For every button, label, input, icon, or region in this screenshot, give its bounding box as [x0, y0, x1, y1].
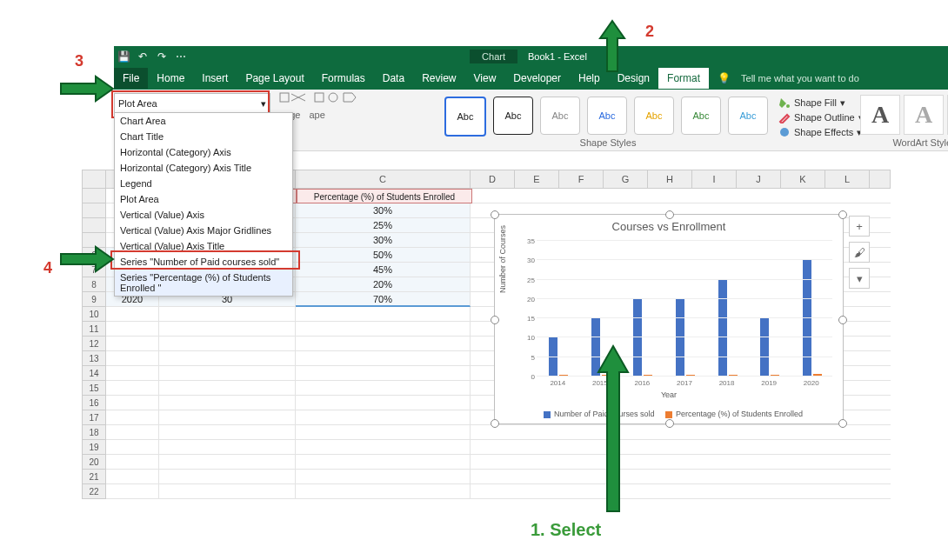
row-header[interactable]: 10 [82, 307, 106, 322]
shape-outline-button[interactable]: Shape Outline ▾ [778, 110, 864, 124]
cell[interactable] [159, 470, 296, 484]
cell[interactable] [106, 470, 159, 484]
cell[interactable] [106, 381, 159, 396]
row-header[interactable]: 8 [82, 277, 106, 292]
cell[interactable] [159, 381, 296, 396]
redo-icon[interactable]: ↷ [152, 50, 171, 63]
cell[interactable] [159, 440, 296, 455]
resize-handle[interactable] [838, 316, 847, 324]
dropdown-item[interactable]: Plot Area [115, 191, 292, 207]
cell[interactable] [106, 484, 159, 499]
tab-view[interactable]: View [465, 68, 505, 89]
chevron-down-icon[interactable]: ▾ [261, 98, 266, 110]
resize-handle[interactable] [491, 316, 499, 324]
cell[interactable] [296, 484, 471, 499]
cell[interactable] [159, 425, 296, 440]
col-header[interactable]: D [471, 170, 515, 188]
shape-effects-button[interactable]: Shape Effects ▾ [778, 124, 864, 139]
cell[interactable] [296, 381, 471, 396]
col-header[interactable]: J [737, 170, 781, 188]
cell[interactable] [159, 337, 296, 351]
shape-style-5[interactable]: Abc [634, 97, 674, 135]
cell[interactable] [106, 337, 159, 351]
shape-style-3[interactable]: Abc [540, 97, 580, 135]
cell[interactable] [106, 307, 159, 322]
cell[interactable] [106, 440, 159, 455]
undo-icon[interactable]: ↶ [133, 50, 152, 63]
row-header[interactable]: 14 [82, 366, 106, 381]
dropdown-item[interactable]: Legend [115, 176, 292, 191]
dropdown-item[interactable]: Vertical (Value) Axis Major Gridlines [115, 223, 292, 238]
resize-handle[interactable] [665, 210, 674, 219]
cell[interactable] [296, 396, 471, 410]
col-header[interactable]: E [515, 170, 559, 188]
shape-styles-gallery[interactable]: Abc Abc Abc Abc Abc Abc Abc [444, 97, 768, 137]
cell[interactable] [159, 410, 296, 425]
dropdown-item[interactable]: Chart Area [115, 113, 292, 129]
cell[interactable] [106, 351, 159, 366]
cell[interactable] [106, 322, 159, 337]
chart-element-dropdown[interactable]: Chart AreaChart TitleHorizontal (Categor… [114, 112, 293, 297]
resize-handle[interactable] [491, 419, 499, 428]
resize-handle[interactable] [838, 419, 847, 428]
shape-gallery-icon[interactable] [279, 92, 309, 104]
cell[interactable]: 25% [296, 218, 471, 233]
shape-style-6[interactable]: Abc [681, 97, 721, 135]
row-header[interactable]: 18 [82, 425, 106, 440]
col-header[interactable]: H [648, 170, 692, 188]
customize-qat-icon[interactable]: ⋯ [171, 50, 190, 63]
row-header[interactable]: 21 [82, 470, 106, 484]
cell[interactable] [106, 396, 159, 410]
tab-formulas[interactable]: Formulas [313, 68, 374, 89]
tab-data[interactable]: Data [374, 68, 413, 89]
cell[interactable] [159, 366, 296, 381]
tab-page-layout[interactable]: Page Layout [237, 68, 312, 89]
tab-format[interactable]: Format [658, 68, 709, 89]
dropdown-item[interactable]: Vertical (Value) Axis Title [115, 238, 292, 254]
shape-style-7[interactable]: Abc [728, 97, 768, 135]
cell[interactable] [296, 470, 471, 484]
tab-review[interactable]: Review [413, 68, 464, 89]
row-header[interactable]: 11 [82, 322, 106, 337]
cell[interactable] [106, 366, 159, 381]
chart-element-selector[interactable]: Plot Area ▾ [114, 93, 270, 114]
y-axis-label[interactable]: Number of Courses [498, 225, 507, 293]
chart-filters-button[interactable]: ▾ [849, 268, 870, 289]
wordart-style-2[interactable]: A [904, 95, 944, 135]
cell[interactable]: 70% [296, 292, 471, 307]
dropdown-item[interactable]: Horizontal (Category) Axis [115, 144, 292, 160]
cell[interactable] [159, 322, 296, 337]
cell[interactable] [106, 410, 159, 425]
shape-style-4[interactable]: Abc [587, 97, 627, 135]
cell[interactable] [106, 425, 159, 440]
cell[interactable] [106, 455, 159, 470]
row-header[interactable]: 17 [82, 410, 106, 425]
cell[interactable] [159, 396, 296, 410]
row-header[interactable]: 12 [82, 337, 106, 351]
cell[interactable] [296, 366, 471, 381]
col-header[interactable]: L [825, 170, 870, 188]
tab-home[interactable]: Home [148, 68, 193, 89]
row-header[interactable]: 22 [82, 484, 106, 499]
shape-gallery-icon-2[interactable] [314, 92, 366, 104]
shape-style-1[interactable]: Abc [444, 97, 486, 137]
resize-handle[interactable] [665, 419, 674, 428]
tell-me-input[interactable]: Tell me what you want to do [741, 73, 859, 83]
x-axis-label[interactable]: Year [495, 390, 843, 399]
dropdown-item[interactable]: Horizontal (Category) Axis Title [115, 160, 292, 176]
cell[interactable] [296, 322, 471, 337]
dropdown-item[interactable]: Vertical (Value) Axis [115, 207, 292, 223]
row-header[interactable]: 16 [82, 396, 106, 410]
wordart-gallery[interactable]: A A A [860, 95, 948, 135]
wordart-style-1[interactable]: A [860, 95, 900, 135]
resize-handle[interactable] [838, 210, 847, 219]
chart-styles-button[interactable]: 🖌 [849, 242, 870, 263]
dropdown-item[interactable]: Series "Number of Paid courses sold" [115, 254, 292, 270]
cell[interactable] [296, 351, 471, 366]
shape-fill-button[interactable]: Shape Fill ▾ [778, 95, 864, 110]
cell[interactable] [296, 455, 471, 470]
cell[interactable] [296, 307, 471, 322]
row-header[interactable]: 19 [82, 440, 106, 455]
cell[interactable]: 30% [296, 233, 471, 248]
row-header[interactable] [82, 218, 106, 233]
